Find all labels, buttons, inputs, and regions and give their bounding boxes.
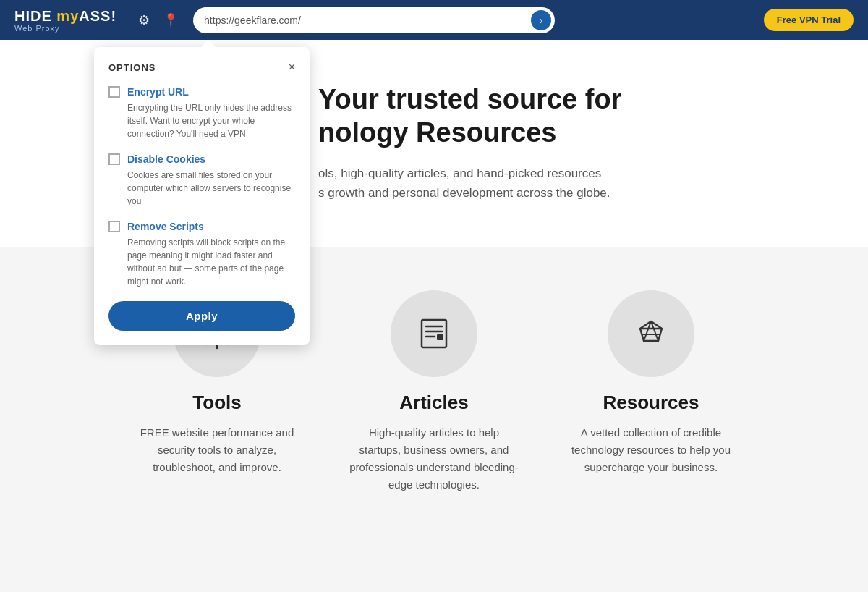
disable-cookies-label[interactable]: Disable Cookies	[127, 153, 205, 165]
apply-button[interactable]: Apply	[109, 301, 295, 331]
disable-cookies-row: Disable Cookies	[109, 153, 295, 165]
free-vpn-button[interactable]: Free VPN Trial	[764, 9, 854, 31]
encrypt-url-label[interactable]: Encrypt URL	[127, 86, 189, 98]
logo: HIDE myASS! Web Proxy	[14, 8, 116, 33]
tools-card-title: Tools	[192, 392, 241, 414]
svg-rect-15	[437, 334, 443, 340]
options-close-button[interactable]: ×	[289, 62, 295, 73]
articles-icon-circle	[391, 290, 477, 377]
header-icons: ⚙ 📍	[138, 12, 179, 28]
dropdown-arrow	[201, 40, 216, 47]
remove-scripts-option: Remove Scripts Removing scripts will blo…	[109, 221, 295, 288]
articles-card: Articles High-quality articles to help s…	[347, 290, 521, 494]
hero-subtitle-line1: ols, high-quality articles, and hand-pic…	[318, 166, 601, 180]
options-title: OPTIONS	[109, 62, 156, 73]
resources-card-title: Resources	[603, 392, 699, 414]
settings-icon[interactable]: ⚙	[138, 12, 150, 28]
svg-rect-11	[422, 320, 446, 347]
url-go-button[interactable]: ›	[531, 10, 551, 30]
hero-title-line2: nology Resources	[318, 117, 556, 148]
articles-card-description: High-quality articles to help startups, …	[347, 424, 521, 494]
header: HIDE myASS! Web Proxy ⚙ 📍 › Free VPN Tri…	[0, 0, 868, 40]
resources-card-description: A vetted collection of credible technolo…	[564, 424, 738, 476]
url-input[interactable]	[204, 14, 531, 26]
disable-cookies-option: Disable Cookies Cookies are small files …	[109, 153, 295, 208]
remove-scripts-description: Removing scripts will block scripts on t…	[109, 236, 295, 288]
disable-cookies-checkbox[interactable]	[109, 153, 120, 165]
hero-subtitle-line2: s growth and personal development across…	[318, 186, 610, 200]
resources-icon-circle	[608, 290, 694, 377]
location-icon[interactable]: 📍	[163, 12, 179, 28]
url-bar-container: ›	[193, 7, 555, 33]
remove-scripts-row: Remove Scripts	[109, 221, 295, 232]
svg-marker-16	[640, 321, 662, 341]
hero-subtitle: ols, high-quality articles, and hand-pic…	[318, 164, 788, 203]
logo-subtitle: Web Proxy	[14, 24, 116, 33]
hero-title: Your trusted source for nology Resources	[318, 83, 825, 149]
options-header: OPTIONS ×	[109, 62, 295, 73]
remove-scripts-checkbox[interactable]	[109, 221, 120, 232]
articles-icon	[416, 316, 452, 352]
articles-card-title: Articles	[399, 392, 468, 414]
disable-cookies-description: Cookies are small files stored on your c…	[109, 169, 295, 208]
tools-card-description: FREE website performance and security to…	[130, 424, 304, 476]
resources-card: Resources A vetted collection of credibl…	[564, 290, 738, 494]
encrypt-url-row: Encrypt URL	[109, 86, 295, 98]
hero-title-line1: Your trusted source for	[318, 84, 621, 114]
options-panel: OPTIONS × Encrypt URL Encrypting the URL…	[94, 47, 310, 345]
encrypt-url-description: Encrypting the URL only hides the addres…	[109, 101, 295, 140]
logo-text: HIDE myASS!	[14, 8, 116, 24]
remove-scripts-label[interactable]: Remove Scripts	[127, 221, 204, 232]
encrypt-url-checkbox[interactable]	[109, 86, 120, 98]
resources-icon	[633, 316, 669, 352]
encrypt-url-option: Encrypt URL Encrypting the URL only hide…	[109, 86, 295, 140]
